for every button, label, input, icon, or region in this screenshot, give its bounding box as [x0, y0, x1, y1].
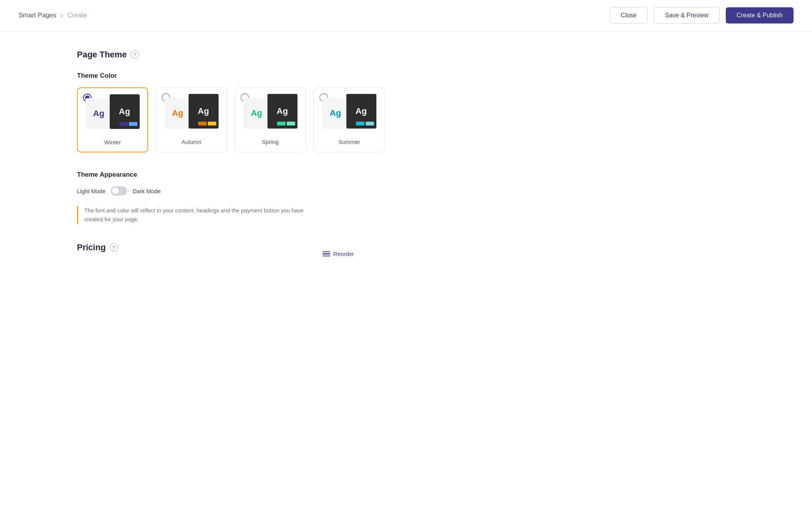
close-button[interactable]: Close [610, 7, 648, 24]
appearance-info-text: The font and color will reflect in your … [84, 207, 304, 222]
reorder-label: Reorder [333, 251, 354, 257]
reorder-icon [322, 251, 330, 257]
main-content: Page Theme ? Theme Color Ag Ag [0, 31, 462, 283]
save-preview-button[interactable]: Save & Preview [654, 7, 720, 24]
summer-ag-dark: Ag [356, 106, 367, 116]
pricing-title: Pricing ? [77, 242, 118, 252]
winter-swatch2 [129, 122, 137, 126]
summer-ag-light: Ag [330, 108, 341, 118]
header-actions: Close Save & Preview Create & Publish [610, 7, 794, 24]
breadcrumb: Smart Pages > Create [18, 12, 87, 19]
dark-mode-label: Dark Mode [132, 188, 160, 194]
reorder-button[interactable]: Reorder [322, 251, 354, 257]
winter-light-bg: Ag [86, 98, 112, 129]
spring-swatch1 [277, 122, 286, 125]
light-mode-label: Light Mode [77, 188, 105, 194]
spring-swatches [277, 122, 295, 125]
theme-card-spring[interactable]: Ag Ag Spring [235, 87, 306, 152]
autumn-ag-light: Ag [172, 108, 183, 118]
winter-swatch1 [119, 122, 128, 126]
theme-appearance-section: Theme Appearance Light Mode Dark Mode Th… [77, 171, 385, 224]
summer-preview: Ag Ag [322, 94, 376, 132]
spring-ag-light: Ag [251, 108, 262, 118]
autumn-swatch2 [208, 122, 216, 125]
pricing-help-icon[interactable]: ? [110, 243, 118, 252]
autumn-swatch1 [198, 122, 207, 125]
theme-card-autumn[interactable]: Ag Ag Autumn [156, 87, 227, 152]
summer-label: Summer [338, 139, 360, 145]
theme-color-section: Theme Color Ag Ag [77, 72, 385, 152]
theme-card-summer[interactable]: Ag Ag Summer [314, 87, 385, 152]
breadcrumb-smart-pages[interactable]: Smart Pages [18, 12, 56, 19]
winter-preview: Ag Ag [86, 94, 140, 133]
winter-dark-bg: Ag [110, 94, 140, 129]
theme-appearance-subtitle: Theme Appearance [77, 171, 385, 179]
autumn-ag-dark: Ag [198, 106, 209, 116]
summer-light-bg: Ag [322, 98, 349, 129]
reorder-line-1 [322, 251, 330, 252]
autumn-preview: Ag Ag [165, 94, 219, 132]
spring-light-bg: Ag [244, 98, 270, 129]
header: Smart Pages > Create Close Save & Previe… [0, 0, 812, 31]
create-publish-button[interactable]: Create & Publish [726, 7, 794, 23]
breadcrumb-separator: > [60, 12, 63, 19]
theme-card-winter[interactable]: Ag Ag Winter [77, 87, 148, 152]
spring-swatch2 [287, 122, 295, 125]
spring-ag-dark: Ag [277, 106, 288, 116]
pricing-label: Pricing [77, 242, 106, 252]
winter-swatches [119, 122, 137, 126]
page-theme-title: Page Theme ? [77, 50, 385, 60]
autumn-light-bg: Ag [165, 98, 191, 129]
summer-swatches [356, 122, 374, 125]
summer-swatch2 [366, 122, 374, 125]
autumn-swatches [198, 122, 216, 125]
theme-cards-container: Ag Ag Winter [77, 87, 385, 152]
winter-ag-light: Ag [93, 109, 104, 119]
breadcrumb-current: Create [67, 12, 87, 19]
page-theme-label: Page Theme [77, 50, 127, 60]
autumn-label: Autumn [182, 139, 202, 145]
appearance-toggle[interactable] [111, 186, 127, 196]
spring-preview: Ag Ag [244, 94, 297, 132]
winter-ag-dark: Ag [119, 107, 130, 117]
spring-label: Spring [262, 139, 279, 145]
page-theme-help-icon[interactable]: ? [131, 50, 139, 59]
appearance-info-box: The font and color will reflect in your … [77, 206, 308, 224]
pricing-header: Pricing ? Reorder [77, 242, 385, 265]
page-theme-section: Page Theme ? Theme Color Ag Ag [77, 50, 385, 224]
winter-label: Winter [104, 139, 121, 145]
appearance-toggle-row: Light Mode Dark Mode [77, 186, 385, 196]
summer-dark-bg: Ag [346, 94, 376, 129]
theme-color-subtitle: Theme Color [77, 72, 385, 80]
autumn-dark-bg: Ag [189, 94, 219, 129]
reorder-line-2 [322, 253, 330, 254]
spring-dark-bg: Ag [267, 94, 297, 129]
summer-swatch1 [356, 122, 364, 125]
reorder-line-3 [322, 256, 330, 257]
pricing-section: Pricing ? Reorder [77, 242, 385, 265]
